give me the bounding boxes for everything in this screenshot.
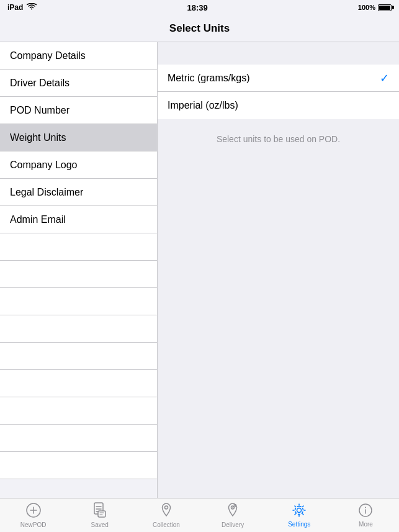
option-item-imperial[interactable]: Imperial (oz/lbs) — [158, 92, 399, 119]
option-label-imperial: Imperial (oz/lbs) — [168, 100, 238, 111]
option-item-metric[interactable]: Metric (grams/kgs)✓ — [158, 65, 399, 92]
right-panel: Metric (grams/kgs)✓Imperial (oz/lbs) Sel… — [158, 42, 399, 498]
sidebar-item-label-pod-number: POD Number — [10, 105, 69, 116]
status-bar: iPad 18:39 100% — [0, 0, 399, 15]
location-out-icon — [226, 502, 240, 520]
battery-label: 100% — [358, 4, 375, 11]
sidebar-item-pod-number[interactable]: POD Number — [0, 97, 157, 124]
options-list: Metric (grams/kgs)✓Imperial (oz/lbs) — [158, 65, 399, 119]
helper-text-area: Select units to be used on POD. — [158, 119, 399, 498]
info-circle-icon — [358, 503, 373, 520]
main-content: Company DetailsDriver DetailsPOD NumberW… — [0, 42, 399, 498]
tab-bar: NewPOD Saved Collection Delivery Setting… — [0, 498, 399, 532]
sidebar-item-label-admin-email: Admin Email — [10, 214, 66, 225]
svg-point-13 — [297, 508, 302, 513]
sidebar-empty-row — [0, 343, 157, 370]
sidebar-empty-row — [0, 397, 157, 425]
battery-icon — [378, 4, 392, 11]
sidebar-item-label-driver-details: Driver Details — [10, 78, 69, 89]
sidebar: Company DetailsDriver DetailsPOD NumberW… — [0, 42, 158, 498]
sidebar-empty-row — [0, 315, 157, 343]
tab-item-settings[interactable]: Settings — [266, 498, 333, 532]
location-icon — [159, 502, 173, 520]
nav-header: Select Units — [0, 15, 399, 42]
option-label-metric: Metric (grams/kgs) — [168, 73, 249, 84]
checkmark-icon-metric: ✓ — [380, 71, 389, 85]
sidebar-empty-row — [0, 425, 157, 452]
gear-icon — [292, 503, 307, 520]
plus-circle-icon — [25, 502, 42, 520]
svg-rect-7 — [98, 511, 105, 517]
sidebar-item-legal-disclaimer[interactable]: Legal Disclaimer — [0, 179, 157, 206]
sidebar-item-label-company-details: Company Details — [10, 50, 86, 61]
sidebar-item-driver-details[interactable]: Driver Details — [0, 70, 157, 97]
nav-title: Select Units — [169, 22, 230, 35]
tab-item-new-pod[interactable]: NewPOD — [0, 498, 66, 532]
tab-label-delivery: Delivery — [222, 521, 244, 528]
wifi-icon — [27, 3, 37, 12]
carrier-label: iPad — [7, 3, 23, 12]
status-right: 100% — [358, 4, 392, 11]
sidebar-item-company-logo[interactable]: Company Logo — [0, 151, 157, 179]
sidebar-item-label-legal-disclaimer: Legal Disclaimer — [10, 187, 83, 198]
sidebar-item-label-weight-units: Weight Units — [10, 132, 66, 143]
sidebar-item-label-company-logo: Company Logo — [10, 160, 78, 171]
top-spacer — [158, 42, 399, 65]
sidebar-empty-row — [0, 261, 157, 288]
tab-label-saved: Saved — [91, 521, 109, 528]
tab-item-saved[interactable]: Saved — [66, 498, 133, 532]
helper-text: Select units to be used on POD. — [168, 134, 389, 144]
tab-label-more: More — [359, 521, 373, 528]
tab-label-new-pod: NewPOD — [20, 521, 47, 528]
sidebar-empty-row — [0, 288, 157, 315]
document-icon — [93, 502, 107, 520]
tab-item-more[interactable]: More — [333, 498, 399, 532]
sidebar-item-company-details[interactable]: Company Details — [0, 42, 157, 70]
sidebar-item-admin-email[interactable]: Admin Email — [0, 206, 157, 233]
svg-point-10 — [164, 506, 168, 509]
tab-item-collection[interactable]: Collection — [133, 498, 199, 532]
sidebar-empty-row — [0, 370, 157, 397]
tab-label-settings: Settings — [288, 521, 310, 528]
tab-label-collection: Collection — [153, 521, 180, 528]
tab-item-delivery[interactable]: Delivery — [200, 498, 266, 532]
sidebar-empty-row — [0, 452, 157, 479]
sidebar-empty-row — [0, 233, 157, 261]
status-time: 18:39 — [187, 3, 207, 12]
svg-point-16 — [365, 507, 366, 508]
sidebar-item-weight-units[interactable]: Weight Units — [0, 124, 157, 151]
status-left: iPad — [7, 3, 37, 12]
